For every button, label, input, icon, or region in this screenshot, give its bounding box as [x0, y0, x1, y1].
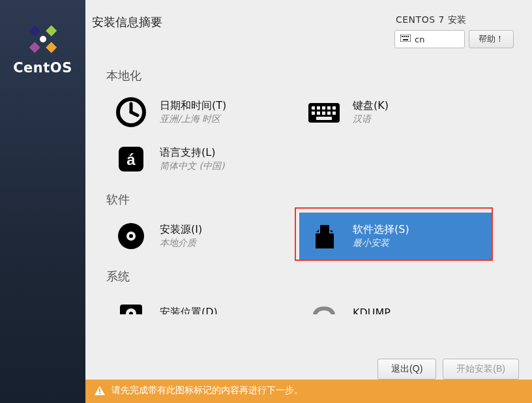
spoke-keyboard[interactable]: 键盘(K) 汉语 — [299, 89, 492, 136]
spoke-subtitle: 汉语 — [353, 113, 389, 125]
spoke-title: 语言支持(L) — [160, 146, 224, 160]
help-button[interactable]: 帮助！ — [469, 30, 514, 48]
category-label-system: 系统 — [106, 269, 532, 284]
kdump-icon — [306, 295, 342, 314]
category-label-software: 软件 — [106, 192, 532, 207]
svg-rect-8 — [406, 36, 407, 37]
svg-rect-3 — [29, 25, 40, 37]
svg-rect-18 — [327, 106, 331, 110]
spoke-subtitle: 亚洲/上海 时区 — [160, 113, 226, 125]
svg-line-13 — [131, 112, 138, 115]
keyboard-layout-indicator[interactable]: cn — [394, 30, 465, 48]
spoke-subtitle: 本地介质 — [160, 237, 202, 249]
category-label-localization: 本地化 — [106, 68, 532, 83]
warning-text: 请先完成带有此图标标记的内容再进行下一步。 — [111, 385, 303, 396]
package-icon — [306, 218, 342, 254]
brand-name: CentOS — [13, 60, 72, 76]
quit-button[interactable]: 退出(Q) — [377, 359, 436, 380]
spoke-title: 键盘(K) — [353, 99, 389, 113]
warning-bar: 请先完成带有此图标标记的内容再进行下一步。 — [85, 380, 532, 403]
svg-rect-10 — [403, 39, 408, 40]
svg-rect-5 — [400, 35, 411, 42]
product-label: CENTOS 7 安装 — [396, 14, 467, 26]
page-title: 安装信息摘要 — [92, 14, 162, 48]
svg-rect-21 — [317, 112, 320, 115]
svg-rect-15 — [312, 106, 315, 110]
brand-logo: CentOS — [13, 22, 72, 76]
main-panel: 安装信息摘要 CENTOS 7 安装 cn 帮助！ 本地化 — [85, 0, 532, 403]
svg-rect-6 — [402, 36, 403, 37]
spoke-subtitle: 最小安装 — [353, 237, 409, 249]
spoke-install-source[interactable]: 安装源(I) 本地介质 — [106, 213, 299, 260]
svg-rect-23 — [327, 112, 331, 115]
spoke-title: 安装源(I) — [160, 223, 202, 237]
begin-install-button[interactable]: 开始安装(B) — [443, 359, 519, 380]
spoke-language[interactable]: á 语言支持(L) 简体中文 (中国) — [106, 136, 299, 183]
drive-icon — [113, 295, 149, 314]
spoke-title: 软件选择(S) — [353, 223, 409, 237]
keyboard-icon — [400, 35, 411, 44]
keyboard-layout-value: cn — [415, 35, 424, 44]
svg-rect-2 — [29, 42, 40, 53]
svg-rect-34 — [99, 389, 100, 392]
spoke-software-selection[interactable]: 软件选择(S) 最小安装 — [299, 213, 492, 260]
svg-rect-7 — [404, 36, 405, 37]
svg-point-30 — [129, 234, 133, 238]
spoke-kdump[interactable]: KDUMP — [299, 290, 492, 314]
svg-text:á: á — [126, 151, 136, 168]
svg-rect-24 — [332, 112, 336, 115]
content-area: 本地化 日期和时间(T) 亚洲/上海 时区 键盘(K) — [85, 52, 532, 353]
spoke-subtitle: 简体中文 (中国) — [160, 160, 224, 172]
disc-icon — [113, 218, 149, 254]
svg-rect-25 — [316, 117, 332, 120]
centos-logo-icon — [26, 22, 60, 56]
language-icon: á — [113, 141, 149, 177]
spoke-title: 安装位置(D) — [160, 306, 218, 314]
svg-rect-9 — [407, 36, 409, 37]
spoke-title: KDUMP — [353, 306, 391, 314]
svg-rect-22 — [322, 112, 325, 115]
svg-rect-17 — [322, 106, 325, 110]
svg-rect-16 — [317, 106, 320, 110]
clock-icon — [113, 94, 149, 130]
svg-rect-19 — [332, 106, 336, 110]
svg-rect-20 — [312, 112, 315, 115]
header: 安装信息摘要 CENTOS 7 安装 cn 帮助！ — [85, 0, 532, 52]
spoke-title: 日期和时间(T) — [160, 99, 226, 113]
svg-point-4 — [40, 36, 46, 42]
keyboard-large-icon — [306, 94, 342, 130]
spoke-datetime[interactable]: 日期和时间(T) 亚洲/上海 时区 — [106, 89, 299, 136]
svg-rect-1 — [46, 42, 57, 53]
spoke-install-destination[interactable]: 安装位置(D) — [106, 290, 299, 314]
svg-rect-35 — [99, 393, 100, 394]
svg-rect-0 — [46, 25, 57, 37]
warning-icon — [95, 386, 105, 395]
sidebar: CentOS — [0, 0, 85, 403]
